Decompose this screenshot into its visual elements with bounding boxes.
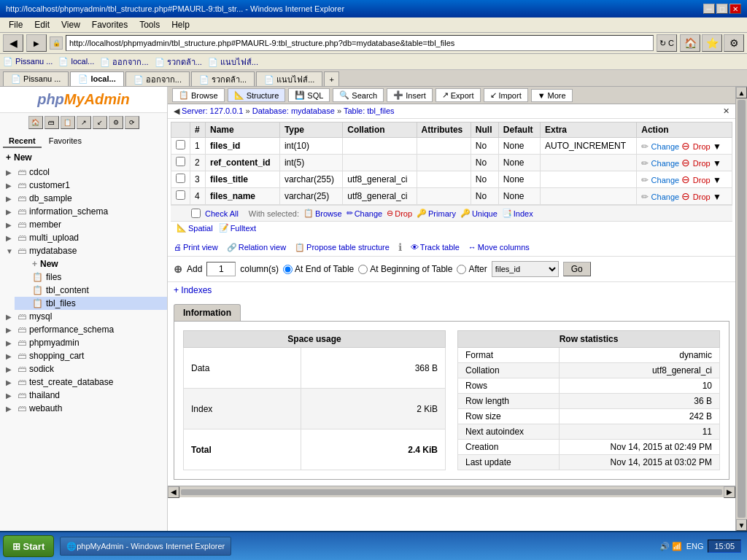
browse-button[interactable]: 📋 Browse	[172, 88, 225, 102]
table-tbl-content[interactable]: 📋 tbl_content	[15, 284, 167, 297]
horizontal-scrollbar[interactable]: ◀ ▶	[168, 486, 735, 497]
maximize-button[interactable]: □	[716, 4, 728, 14]
db-webauth[interactable]: ▶ 🗃 webauth	[0, 402, 167, 415]
db-mysql[interactable]: ▶ 🗃 mysql	[0, 310, 167, 323]
relation-view-link[interactable]: 🔗 Relation view	[227, 243, 286, 252]
drop-link-2[interactable]: Drop	[693, 159, 711, 168]
drop-link-4[interactable]: Drop	[693, 192, 711, 201]
at-beginning-radio[interactable]	[358, 265, 368, 274]
more-action-4[interactable]: ▼	[713, 192, 721, 202]
db-multi-upload[interactable]: ▶ 🗃 multi_upload	[0, 231, 167, 244]
home-icon[interactable]: 🏠	[680, 34, 700, 52]
print-view-link[interactable]: 🖨 Print view	[174, 243, 218, 252]
pma-import-icon[interactable]: ↙	[93, 116, 107, 129]
db-performance-schema[interactable]: ▶ 🗃 performance_schema	[0, 323, 167, 336]
db-cdcol[interactable]: ▶ 🗃 cdcol	[0, 166, 167, 179]
check-all-checkbox[interactable]	[191, 209, 201, 218]
menu-favorites[interactable]: Favorites	[86, 18, 133, 31]
track-table-link[interactable]: 👁 Track table	[411, 243, 460, 252]
more-action-1[interactable]: ▼	[713, 141, 721, 152]
row4-checkbox[interactable]	[176, 190, 185, 200]
db-new-table[interactable]: + New	[15, 257, 167, 271]
db-thailand[interactable]: ▶ 🗃 thailand	[0, 389, 167, 402]
db-shopping-cart[interactable]: ▶ 🗃 shopping_cart	[0, 349, 167, 362]
minimize-button[interactable]: ─	[703, 4, 715, 14]
insert-button[interactable]: ➕ Insert	[387, 88, 433, 102]
more-action-2[interactable]: ▼	[713, 158, 721, 168]
more-action-3[interactable]: ▼	[713, 175, 721, 185]
move-columns-link[interactable]: ↔ Move columns	[468, 243, 530, 252]
bookmark-attach[interactable]: 📄 แนบไฟส์...	[208, 55, 258, 69]
propose-structure-link[interactable]: 📋 Propose table structure	[295, 243, 390, 252]
action-spatial[interactable]: 📐 Spatial	[177, 223, 213, 233]
new-db-button[interactable]: + New	[0, 151, 167, 164]
db-member[interactable]: ▶ 🗃 member	[0, 218, 167, 231]
menu-edit[interactable]: Edit	[28, 18, 55, 31]
refresh-button[interactable]: ↻ C	[657, 34, 677, 52]
db-db-sample[interactable]: ▶ 🗃 db_sample	[0, 192, 167, 205]
db-test-create-database[interactable]: ▶ 🗃 test_create_database	[0, 376, 167, 389]
pma-settings-icon[interactable]: ⚙	[109, 116, 123, 129]
after-radio-label[interactable]: After	[457, 264, 487, 274]
more-button[interactable]: ▼ More	[531, 89, 573, 102]
new-tab-button[interactable]: +	[324, 71, 338, 86]
action-drop[interactable]: ⊖ Drop	[387, 209, 412, 218]
action-unique[interactable]: 🔑 Unique	[460, 209, 498, 218]
breadcrumb-close[interactable]: ✕	[723, 106, 729, 116]
tab-local[interactable]: 📄 local...	[70, 71, 123, 86]
forward-button[interactable]: ▶	[26, 34, 47, 52]
menu-tools[interactable]: Tools	[133, 18, 166, 31]
drop-link-3[interactable]: Drop	[693, 176, 711, 184]
action-primary[interactable]: 🔑 Primary	[417, 209, 456, 218]
db-information-schema[interactable]: ▶ 🗃 information_schema	[0, 205, 167, 218]
back-button[interactable]: ◀	[3, 34, 23, 52]
menu-file[interactable]: File	[3, 18, 28, 31]
go-button[interactable]: Go	[563, 262, 591, 276]
after-radio[interactable]	[457, 265, 466, 274]
structure-button[interactable]: 📐 Structure	[228, 88, 286, 102]
vertical-scrollbar[interactable]: ▲ ▼	[735, 87, 747, 531]
action-index[interactable]: 📑 Index	[502, 209, 533, 218]
pma-sql-icon[interactable]: 📋	[61, 116, 75, 129]
scroll-thumb[interactable]	[738, 100, 746, 518]
scroll-right-button[interactable]: ▶	[724, 486, 735, 498]
tab-pissanu[interactable]: 📄 Pissanu ...	[3, 71, 69, 86]
bookmark-local[interactable]: 📄 local...	[58, 57, 94, 66]
bookmark-pissanu[interactable]: 📄 Pissanu ...	[3, 57, 53, 66]
db-mydatabase[interactable]: ▼ 🗃 mydatabase	[0, 244, 167, 257]
db-customer1[interactable]: ▶ 🗃 customer1	[0, 179, 167, 192]
row1-checkbox[interactable]	[176, 140, 185, 149]
bookmark-exit[interactable]: 📄 ออกจาก...	[100, 55, 148, 69]
table-tbl-files[interactable]: 📋 tbl_files	[15, 297, 167, 310]
pma-export-icon[interactable]: ↗	[77, 116, 91, 129]
db-phpmyadmin[interactable]: ▶ 🗃 phpmyadmin	[0, 336, 167, 349]
action-fulltext[interactable]: 📝 Fulltext	[219, 223, 256, 233]
row2-checkbox[interactable]	[176, 157, 185, 166]
action-change[interactable]: ✏ Change	[347, 209, 383, 218]
scroll-track[interactable]	[181, 489, 722, 495]
breadcrumb-server[interactable]: Server: 127.0.0.1	[182, 106, 243, 115]
indexes-link[interactable]: + Indexes	[168, 282, 735, 298]
breadcrumb-database[interactable]: Database: mydatabase	[252, 106, 335, 115]
table-files[interactable]: 📋 files	[15, 271, 167, 284]
pma-home-icon[interactable]: 🏠	[28, 116, 43, 129]
scroll-up-button[interactable]: ▲	[736, 87, 747, 98]
address-input[interactable]	[66, 35, 654, 51]
at-end-radio[interactable]	[283, 265, 293, 274]
sql-button[interactable]: 💾 SQL	[288, 88, 330, 102]
scroll-down-button[interactable]: ▼	[736, 519, 747, 531]
menu-help[interactable]: Help	[166, 18, 196, 31]
scroll-left-button[interactable]: ◀	[168, 486, 179, 498]
pma-sync-icon[interactable]: ⟳	[125, 116, 139, 129]
bookmark-ruakdol[interactable]: 📄 รวกดล้า...	[155, 55, 202, 69]
menu-view[interactable]: View	[55, 18, 86, 31]
change-link-3[interactable]: Change	[651, 176, 680, 184]
db-sodick[interactable]: ▶ 🗃 sodick	[0, 362, 167, 376]
row3-checkbox[interactable]	[176, 174, 185, 183]
change-link-4[interactable]: Change	[651, 192, 680, 201]
favorites-tab[interactable]: Favorites	[43, 135, 88, 148]
favorites-icon[interactable]: ⭐	[702, 34, 722, 52]
tab-attach[interactable]: 📄 แนบไฟส์...	[256, 71, 322, 86]
tab-ruakdol[interactable]: 📄 รวกดล้า...	[191, 71, 255, 86]
recent-tab[interactable]: Recent	[3, 135, 42, 148]
